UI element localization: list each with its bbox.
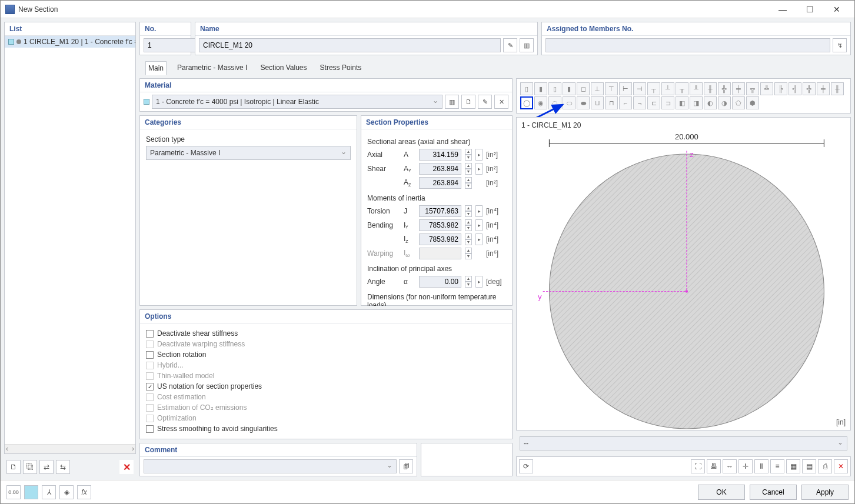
expand-icon[interactable]: ▸ bbox=[475, 219, 483, 231]
view-extents-icon[interactable]: ⛶ bbox=[691, 459, 705, 473]
spinner[interactable]: ▲▼ bbox=[465, 149, 472, 161]
material-edit-icon[interactable]: ✎ bbox=[478, 95, 492, 109]
spinner[interactable]: ▲▼ bbox=[465, 205, 472, 217]
tab-stress-points[interactable]: Stress Points bbox=[318, 61, 364, 75]
shape-icon[interactable]: ◻ bbox=[577, 82, 590, 95]
fx-icon[interactable]: fx bbox=[77, 485, 91, 499]
help-icon[interactable]: ◈ bbox=[59, 485, 74, 499]
prop-value-input[interactable] bbox=[419, 233, 461, 245]
shape-icon[interactable]: ╪ bbox=[732, 82, 745, 95]
minimize-button[interactable]: — bbox=[774, 4, 791, 15]
shape-icon[interactable]: ⬬ bbox=[577, 96, 590, 109]
prop-value-input[interactable] bbox=[419, 219, 461, 231]
shape-circle-icon[interactable]: ◯ bbox=[520, 96, 533, 109]
ok-button[interactable]: OK bbox=[698, 485, 745, 500]
expand-icon[interactable]: ▸ bbox=[475, 205, 483, 217]
section-preview[interactable]: 1 - CIRCLE_M1 20 bbox=[516, 117, 851, 430]
shape-icon[interactable]: ⊥ bbox=[591, 82, 604, 95]
expand-icon[interactable]: ▸ bbox=[475, 149, 483, 161]
option-row[interactable]: Deactivate shear stiffness bbox=[146, 329, 506, 338]
shape-icon[interactable]: ⊔ bbox=[591, 96, 604, 109]
shape-icon[interactable]: ⊤ bbox=[605, 82, 618, 95]
checkbox[interactable] bbox=[146, 383, 154, 390]
view-dim-icon[interactable]: ↔ bbox=[723, 459, 737, 473]
expand-icon[interactable]: ▸ bbox=[475, 163, 483, 175]
shape-icon[interactable]: ⊏ bbox=[647, 96, 660, 109]
prop-value-input[interactable] bbox=[419, 163, 461, 175]
spinner[interactable]: ▲▼ bbox=[465, 177, 472, 189]
view-printer-icon[interactable]: ⎙ bbox=[818, 459, 832, 473]
shape-icon[interactable]: ⊓ bbox=[605, 96, 618, 109]
shape-icon[interactable]: ◐ bbox=[704, 96, 717, 109]
spinner[interactable]: ▲▼ bbox=[465, 163, 472, 175]
shape-icon[interactable]: ╨ bbox=[690, 82, 703, 95]
spinner[interactable]: ▲▼ bbox=[465, 248, 472, 259]
material-delete-icon[interactable]: ✕ bbox=[494, 95, 508, 109]
edit-name-icon[interactable]: ✎ bbox=[503, 38, 517, 52]
material-dropdown[interactable]: 1 - Concrete f'c = 4000 psi | Isotropic … bbox=[152, 95, 443, 109]
view-values-icon[interactable]: ≡ bbox=[770, 459, 784, 473]
prop-value-input[interactable] bbox=[419, 149, 461, 161]
horizontal-scrollbar[interactable] bbox=[5, 444, 135, 453]
list-item[interactable]: 1 CIRCLE_M1 20 | 1 - Concrete f'c = 40 bbox=[5, 36, 135, 48]
shape-icon[interactable]: ◑ bbox=[718, 96, 731, 109]
shape-icon[interactable]: ◌ bbox=[548, 96, 561, 109]
pick-member-icon[interactable]: ↯ bbox=[833, 38, 847, 52]
shape-icon[interactable]: ⬠ bbox=[732, 96, 745, 109]
shape-icon[interactable]: ╦ bbox=[746, 82, 759, 95]
shape-icon[interactable]: ▮ bbox=[563, 82, 575, 95]
view-solid-icon[interactable]: ▦ bbox=[786, 459, 800, 473]
shape-icon[interactable]: ╫ bbox=[831, 82, 844, 95]
option-row[interactable]: Section rotation bbox=[146, 351, 506, 359]
tool2-icon[interactable]: ⇆ bbox=[56, 460, 70, 474]
prop-value-input[interactable] bbox=[419, 205, 461, 217]
delete-icon[interactable]: ✕ bbox=[119, 460, 134, 474]
shape-icon[interactable]: ⌐ bbox=[619, 96, 632, 109]
material-new-icon[interactable]: 🗋 bbox=[461, 95, 475, 109]
tab-main[interactable]: Main bbox=[145, 61, 167, 75]
tool-icon[interactable]: ⇄ bbox=[39, 460, 54, 474]
library-icon[interactable]: ▥ bbox=[520, 38, 534, 52]
prop-value-input[interactable] bbox=[419, 177, 461, 189]
view-grid-icon[interactable]: ▤ bbox=[802, 459, 816, 473]
shape-icon[interactable]: ⬭ bbox=[563, 96, 575, 109]
tab-section-values[interactable]: Section Values bbox=[258, 61, 309, 75]
shape-icon[interactable]: ▯ bbox=[548, 82, 561, 95]
name-input[interactable] bbox=[199, 38, 501, 52]
comment-edit-icon[interactable]: 🗐 bbox=[399, 459, 413, 473]
graph-icon[interactable]: ⅄ bbox=[42, 485, 56, 499]
expand-icon[interactable]: ▸ bbox=[475, 276, 483, 288]
option-row[interactable]: US notation for section properties bbox=[146, 382, 506, 390]
section-list[interactable]: 1 CIRCLE_M1 20 | 1 - Concrete f'c = 40 bbox=[5, 36, 135, 444]
prop-value-input[interactable] bbox=[419, 248, 461, 259]
shape-icon[interactable]: ╬ bbox=[803, 82, 816, 95]
color-icon[interactable] bbox=[24, 485, 38, 499]
view-principal-icon[interactable]: Ⅱ bbox=[754, 459, 768, 473]
tab-parametric[interactable]: Parametric - Massive I bbox=[175, 61, 249, 75]
shape-icon[interactable]: ⊣ bbox=[633, 82, 646, 95]
view-refresh-icon[interactable]: ⟳ bbox=[519, 459, 533, 473]
shape-icon[interactable]: ╬ bbox=[718, 82, 731, 95]
cancel-button[interactable]: Cancel bbox=[750, 485, 797, 500]
result-select[interactable]: -- bbox=[520, 436, 847, 450]
shape-icon[interactable]: ▮ bbox=[534, 82, 547, 95]
shape-icon[interactable]: ┴ bbox=[661, 82, 674, 95]
shape-icon[interactable]: ◧ bbox=[676, 96, 688, 109]
spinner[interactable]: ▲▼ bbox=[465, 233, 472, 245]
view-axes-icon[interactable]: ✛ bbox=[738, 459, 753, 473]
shape-icon[interactable]: ◨ bbox=[690, 96, 703, 109]
spinner[interactable]: ▲▼ bbox=[465, 276, 472, 288]
shape-icon[interactable]: ╠ bbox=[774, 82, 787, 95]
checkbox[interactable] bbox=[146, 425, 154, 433]
view-print-icon[interactable]: 🖶 bbox=[707, 459, 721, 473]
shape-icon[interactable]: ⊐ bbox=[661, 96, 674, 109]
material-library-icon[interactable]: ▥ bbox=[445, 95, 459, 109]
shape-icon[interactable]: ┬ bbox=[647, 82, 660, 95]
shape-icon[interactable]: ╥ bbox=[676, 82, 688, 95]
copy-icon[interactable]: ⿻ bbox=[23, 460, 37, 474]
comment-input[interactable] bbox=[144, 459, 397, 473]
new-icon[interactable]: 🗋 bbox=[6, 460, 21, 474]
view-delete-icon[interactable]: ✕ bbox=[834, 459, 848, 473]
shape-icon[interactable]: ⊢ bbox=[619, 82, 632, 95]
shape-icon[interactable]: ◉ bbox=[534, 96, 547, 109]
